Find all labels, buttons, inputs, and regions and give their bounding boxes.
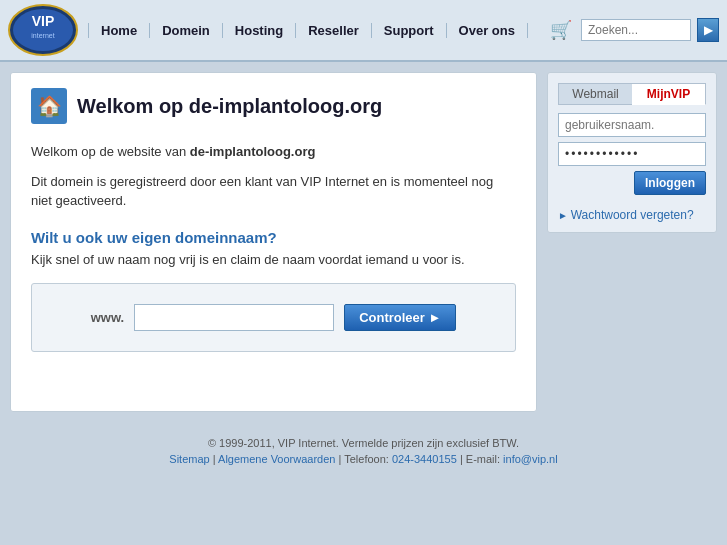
forgot-password-link[interactable]: Wachtwoord vergeten? xyxy=(558,208,706,222)
own-domain-sub: Kijk snel of uw naam nog vrij is en clai… xyxy=(31,252,516,267)
welcome-line1: Welkom op de website van xyxy=(31,144,190,159)
page-title-bar: 🏠 Welkom op de-implantoloog.org xyxy=(31,88,516,124)
header: VIP internet Home Domein Hosting Reselle… xyxy=(0,0,727,62)
svg-text:VIP: VIP xyxy=(32,13,55,29)
webmail-tabs: Webmail MijnVIP xyxy=(558,83,706,105)
content-area: 🏠 Welkom op de-implantoloog.org Welkom o… xyxy=(10,72,537,412)
telefoon-label: Telefoon: xyxy=(344,453,389,465)
username-input[interactable] xyxy=(558,113,706,137)
sidebar: Webmail MijnVIP Inloggen Wachtwoord verg… xyxy=(547,72,717,412)
welcome-text: Welkom op de website van de-implantoloog… xyxy=(31,142,516,162)
nav-item-support[interactable]: Support xyxy=(372,23,447,38)
house-icon: 🏠 xyxy=(31,88,67,124)
domain-info: Dit domein is geregistreerd door een kla… xyxy=(31,172,516,211)
cart-icon[interactable]: 🛒 xyxy=(547,16,575,44)
voorwaarden-link[interactable]: Algemene Voorwaarden xyxy=(218,453,335,465)
nav-item-reseller[interactable]: Reseller xyxy=(296,23,372,38)
page-title: Welkom op de-implantoloog.org xyxy=(77,95,382,118)
email-link[interactable]: info@vip.nl xyxy=(503,453,558,465)
email-label: E-mail: xyxy=(466,453,500,465)
footer: © 1999-2011, VIP Internet. Vermelde prij… xyxy=(0,422,727,475)
domain-name-bold: de-implantoloog.org xyxy=(190,144,316,159)
footer-links: Sitemap | Algemene Voorwaarden | Telefoo… xyxy=(10,453,717,465)
nav-item-home[interactable]: Home xyxy=(88,23,150,38)
mijnvip-tab[interactable]: MijnVIP xyxy=(632,83,706,105)
www-label: www. xyxy=(91,310,124,325)
search-button[interactable]: ▶ xyxy=(697,18,719,42)
footer-copyright: © 1999-2011, VIP Internet. Vermelde prij… xyxy=(10,437,717,449)
domain-check-box: www. Controleer ► xyxy=(31,283,516,352)
login-button[interactable]: Inloggen xyxy=(634,171,706,195)
webmail-box: Webmail MijnVIP Inloggen Wachtwoord verg… xyxy=(547,72,717,233)
svg-text:internet: internet xyxy=(31,32,54,39)
nav-item-over-ons[interactable]: Over ons xyxy=(447,23,528,38)
main-wrapper: 🏠 Welkom op de-implantoloog.org Welkom o… xyxy=(0,62,727,422)
nav-item-hosting[interactable]: Hosting xyxy=(223,23,296,38)
password-input[interactable] xyxy=(558,142,706,166)
sitemap-link[interactable]: Sitemap xyxy=(169,453,209,465)
logo[interactable]: VIP internet xyxy=(8,4,78,56)
main-nav: Home Domein Hosting Reseller Support Ove… xyxy=(88,23,547,38)
nav-item-domein[interactable]: Domein xyxy=(150,23,223,38)
webmail-tab[interactable]: Webmail xyxy=(558,83,632,105)
telefoon-link[interactable]: 024-3440155 xyxy=(392,453,457,465)
header-right: 🛒 ▶ xyxy=(547,16,719,44)
domain-check-input[interactable] xyxy=(134,304,334,331)
controleer-button[interactable]: Controleer ► xyxy=(344,304,456,331)
own-domain-title: Wilt u ook uw eigen domeinnaam? xyxy=(31,229,516,246)
search-input[interactable] xyxy=(581,19,691,41)
